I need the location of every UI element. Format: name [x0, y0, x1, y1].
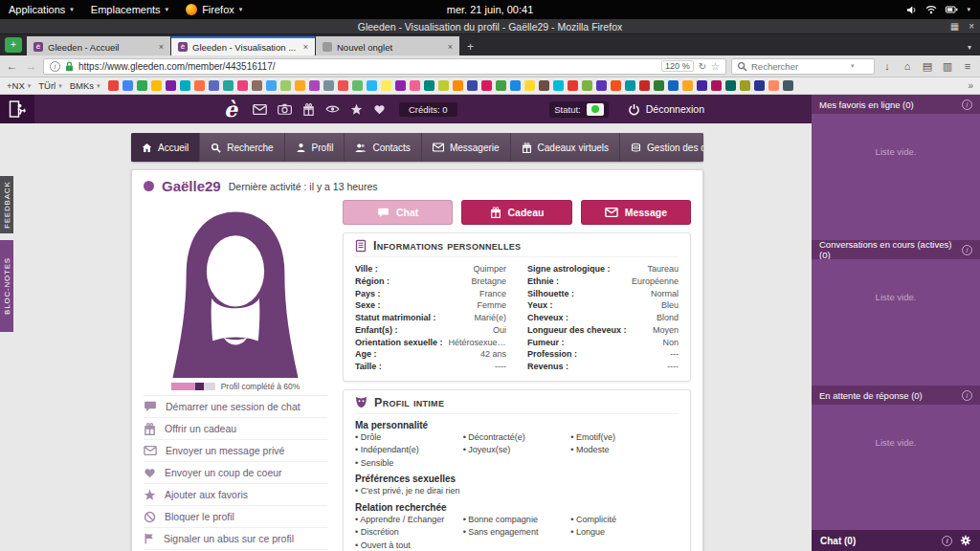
zoom-indicator[interactable]: 120 %	[661, 60, 694, 72]
bookmark-favicon[interactable]	[697, 80, 707, 91]
bookmark-favicon[interactable]	[668, 80, 679, 91]
action-send-private-message[interactable]: Envoyer un message privé	[144, 440, 327, 462]
search-box[interactable]: ▾	[731, 58, 875, 75]
nav-credits[interactable]: Gestion des crédits	[620, 133, 703, 162]
feedback-tab[interactable]: FEEDBACK	[0, 176, 13, 233]
back-button[interactable]: ←	[5, 59, 19, 73]
bookmark-favicon[interactable]	[682, 80, 693, 91]
mail-icon[interactable]	[253, 104, 267, 115]
places-menu[interactable]: Emplacements▾	[82, 0, 177, 19]
bookmark-favicon[interactable]	[194, 80, 205, 91]
nav-contacts[interactable]: Contacts	[345, 133, 421, 162]
applications-menu[interactable]: Applications▾	[0, 0, 82, 19]
bookmark-favicon[interactable]	[166, 80, 176, 91]
bookmark-favicon[interactable]	[209, 80, 219, 91]
bookmark-favicon[interactable]	[582, 80, 592, 91]
gleeden-logo[interactable]: è	[224, 97, 237, 121]
bookmark-favicon[interactable]	[223, 80, 234, 91]
bookmark-folder[interactable]: +NX▾	[7, 80, 31, 91]
nav-recherche[interactable]: Recherche	[200, 133, 284, 162]
bookmark-favicon[interactable]	[309, 80, 320, 91]
downloads-icon[interactable]: ↓	[880, 60, 895, 72]
credits-badge[interactable]: Crédits: 0	[399, 102, 457, 117]
firefox-app-menu[interactable]: Firefox▾	[177, 0, 251, 19]
bookmark-favicon[interactable]	[611, 80, 621, 91]
tab-gleeden-accueil[interactable]: è Gleeden - Accueil ×	[27, 36, 170, 55]
bookmarks-overflow-icon[interactable]: »	[968, 80, 973, 91]
workspaces-icon[interactable]: ▦	[950, 21, 959, 32]
bookmark-favicon[interactable]	[395, 80, 406, 91]
info-icon[interactable]: i	[962, 99, 972, 110]
tab-close-icon[interactable]: ×	[303, 42, 308, 52]
addon-icon[interactable]: +	[5, 37, 22, 53]
bookmark-favicon[interactable]	[453, 80, 463, 91]
logout-button[interactable]: Déconnexion	[628, 103, 704, 116]
bookmark-favicon[interactable]	[122, 80, 133, 91]
bookmark-favicon[interactable]	[639, 80, 650, 91]
bookmark-favicon[interactable]	[266, 80, 277, 91]
close-window-button[interactable]: ×	[969, 21, 974, 32]
bookmark-favicon[interactable]	[783, 80, 793, 91]
exit-logo-icon[interactable]	[0, 95, 34, 123]
gift-icon[interactable]	[302, 103, 315, 116]
bookmark-favicon[interactable]	[553, 80, 564, 91]
info-icon[interactable]: i	[962, 245, 972, 255]
url-text[interactable]: https://www.gleeden.com/member/443516117…	[78, 61, 657, 72]
star-icon[interactable]	[350, 103, 363, 116]
sidebar-section-conversations[interactable]: Conversations en cours (actives) (0) i	[812, 240, 980, 259]
gear-icon[interactable]	[960, 535, 971, 546]
message-button[interactable]: Message	[581, 200, 691, 225]
search-engine-caret-icon[interactable]: ▾	[851, 62, 855, 70]
nav-cadeaux[interactable]: Cadeaux virtuels	[511, 133, 620, 162]
url-bar[interactable]: i https://www.gleeden.com/member/4435161…	[43, 58, 726, 75]
bookmark-favicon[interactable]	[323, 80, 334, 91]
system-tray[interactable]: ▾	[906, 5, 980, 15]
bookmark-favicon[interactable]	[725, 80, 736, 91]
bookmark-favicon[interactable]	[237, 80, 248, 91]
bookmark-favicon[interactable]	[524, 80, 535, 91]
bookmark-favicon[interactable]	[740, 80, 750, 91]
bookmark-favicon[interactable]	[180, 80, 190, 91]
bookmark-favicon[interactable]	[367, 80, 377, 91]
bookmark-favicon[interactable]	[768, 80, 779, 91]
nav-profil[interactable]: Profil	[285, 133, 345, 162]
library-icon[interactable]: ▤	[920, 60, 935, 73]
bookmark-favicon[interactable]	[280, 80, 291, 91]
chat-bar[interactable]: Chat (0) i	[812, 530, 980, 551]
nav-messagerie[interactable]: Messagerie	[422, 133, 511, 162]
eye-icon[interactable]	[325, 104, 340, 114]
sidebar-section-favorites[interactable]: Mes favoris en ligne (0) i	[812, 95, 980, 114]
tab-nouvel-onglet[interactable]: Nouvel onglet ×	[316, 36, 459, 55]
bookmark-favicon[interactable]	[596, 80, 607, 91]
bookmark-favicon[interactable]	[338, 80, 348, 91]
tab-gleeden-visualisation[interactable]: è Gleeden - Visualisation ... ×	[171, 36, 315, 55]
bloc-notes-tab[interactable]: BLOC-NOTES	[0, 240, 13, 332]
heart-icon[interactable]	[373, 103, 386, 115]
status-widget[interactable]: Statut:	[549, 101, 608, 118]
bookmark-favicon[interactable]	[625, 80, 635, 91]
clock[interactable]: mer. 21 juin, 00:41	[447, 4, 534, 15]
camera-icon[interactable]	[278, 103, 292, 115]
tab-close-icon[interactable]: ×	[448, 42, 453, 52]
new-tab-button[interactable]: +	[460, 40, 480, 55]
bookmark-favicon[interactable]	[467, 80, 478, 91]
gift-button[interactable]: Cadeau	[461, 200, 571, 225]
bookmark-favicon[interactable]	[539, 80, 549, 91]
reload-icon[interactable]: ↻	[699, 61, 706, 72]
tab-overflow-icon[interactable]: ▾	[962, 43, 977, 55]
bookmark-favicon[interactable]	[410, 80, 420, 91]
home-icon[interactable]: ⌂	[900, 60, 915, 72]
bookmark-favicon[interactable]	[352, 80, 363, 91]
action-report-abuse[interactable]: Signaler un abus sur ce profil	[144, 528, 327, 550]
search-input[interactable]	[751, 61, 847, 72]
sidebar-toggle-icon[interactable]: ▥	[940, 60, 955, 73]
bookmark-favicon[interactable]	[510, 80, 521, 91]
action-block-profile[interactable]: Bloquer le profil	[144, 506, 327, 528]
chat-button[interactable]: Chat	[343, 200, 453, 225]
bookmark-favicon[interactable]	[252, 80, 262, 91]
bookmark-favicon[interactable]	[137, 80, 147, 91]
bookmark-favicon[interactable]	[568, 80, 578, 91]
action-offer-gift[interactable]: Offrir un cadeau	[144, 418, 327, 440]
info-icon[interactable]: i	[962, 390, 972, 401]
bookmark-favicon[interactable]	[108, 80, 119, 91]
